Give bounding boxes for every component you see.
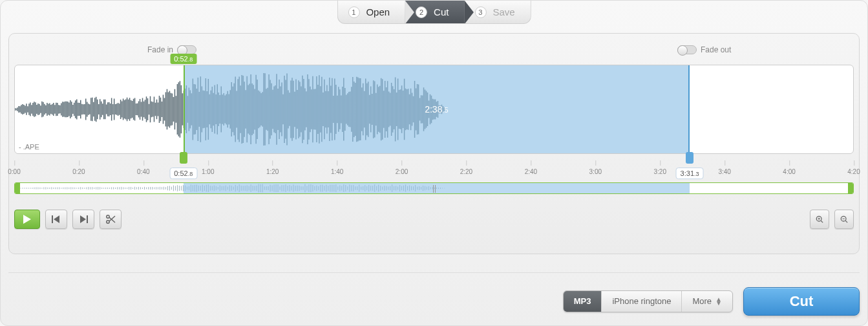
- zoom-controls: [810, 210, 854, 229]
- playback-controls: [14, 210, 122, 229]
- step-label: Cut: [434, 6, 449, 17]
- fade-row: Fade in Fade out: [14, 45, 854, 60]
- format-more[interactable]: More ▲▼: [682, 291, 732, 312]
- svg-marker-3: [80, 215, 86, 223]
- format-ringtone[interactable]: iPhone ringtone: [602, 291, 682, 312]
- file-format-label: - .APE: [19, 143, 39, 151]
- overview-bar[interactable]: [14, 182, 854, 194]
- format-more-label: More: [692, 296, 712, 306]
- svg-marker-0: [23, 215, 31, 224]
- time-ruler: 0:000:200:401:001:201:402:002:202:403:00…: [14, 157, 854, 179]
- play-icon: [23, 215, 31, 224]
- svg-rect-1: [52, 215, 53, 223]
- ruler-tick: 3:20: [653, 168, 666, 175]
- overview-cap-right[interactable]: [848, 183, 853, 193]
- selection-region[interactable]: 2:38.5: [184, 65, 690, 153]
- skip-back-icon: [52, 215, 61, 223]
- ruler-tick: 1:20: [266, 168, 279, 175]
- ruler-tick: 3:40: [718, 168, 730, 175]
- step-label: Open: [366, 6, 390, 17]
- updown-icon: ▲▼: [715, 298, 722, 305]
- waveform-box[interactable]: 2:38.5 - .APE 0:52.8 0:52.8 3:31.3: [14, 65, 854, 154]
- play-button[interactable]: [14, 210, 40, 229]
- svg-line-14: [845, 221, 847, 223]
- scissors-button[interactable]: [100, 210, 122, 229]
- overview-grip[interactable]: [431, 185, 438, 193]
- overview-cap-left[interactable]: [15, 183, 20, 193]
- selection-start-flag: 0:52.8: [170, 54, 196, 64]
- fade-in-toggle[interactable]: [177, 45, 196, 54]
- step-tabs: 1 Open 2 Cut 3 Save: [337, 1, 531, 24]
- prev-marker-button[interactable]: [45, 210, 67, 229]
- format-mp3[interactable]: MP3: [564, 291, 602, 312]
- controls-row: [14, 210, 854, 229]
- skip-forward-icon: [79, 215, 88, 223]
- footer-bar: MP3 iPhone ringtone More ▲▼ Cut: [8, 272, 860, 318]
- ruler-tick: 1:40: [331, 168, 343, 175]
- zoom-in-button[interactable]: [810, 210, 829, 229]
- zoom-in-icon: [816, 215, 823, 224]
- zoom-out-icon: [840, 215, 848, 224]
- fade-out-toggle[interactable]: [677, 45, 697, 54]
- ruler-tick: 0:40: [137, 168, 149, 175]
- zoom-out-button[interactable]: [834, 210, 854, 229]
- svg-line-10: [821, 221, 823, 223]
- selection-duration-label: 2:38.5: [425, 104, 448, 114]
- ruler-tick: 0:20: [72, 168, 85, 175]
- svg-marker-2: [54, 215, 59, 223]
- next-marker-button[interactable]: [72, 210, 94, 229]
- step-save[interactable]: 3 Save: [464, 1, 530, 23]
- ruler-tick: 4:00: [783, 168, 795, 175]
- ruler-tick: 2:20: [460, 168, 472, 175]
- fade-out-label: Fade out: [701, 45, 731, 54]
- scissors-icon: [105, 214, 116, 224]
- ruler-tick: 3:00: [589, 168, 602, 175]
- svg-rect-4: [87, 215, 88, 223]
- step-open[interactable]: 1 Open: [337, 1, 405, 23]
- audio-cutter-app: 1 Open 2 Cut 3 Save Fade in Fade out: [0, 0, 868, 326]
- step-number: 2: [416, 6, 427, 18]
- cut-button[interactable]: Cut: [743, 287, 860, 316]
- step-label: Save: [492, 6, 514, 17]
- fade-in-control: Fade in: [147, 45, 196, 54]
- ruler-tick: 0:00: [8, 168, 20, 175]
- format-selector: MP3 iPhone ringtone More ▲▼: [563, 290, 733, 312]
- fade-out-control: Fade out: [677, 45, 731, 54]
- step-number: 1: [348, 6, 359, 18]
- editor-panel: Fade in Fade out 2:38.5 - .APE 0:52.8: [8, 33, 860, 254]
- step-number: 3: [474, 6, 486, 18]
- ruler-tick: 2:00: [396, 168, 408, 175]
- ruler-tick: 2:40: [525, 168, 537, 175]
- ruler-tick: 4:20: [847, 168, 860, 175]
- ruler-tick: 1:00: [202, 168, 214, 175]
- fade-in-label: Fade in: [147, 45, 173, 54]
